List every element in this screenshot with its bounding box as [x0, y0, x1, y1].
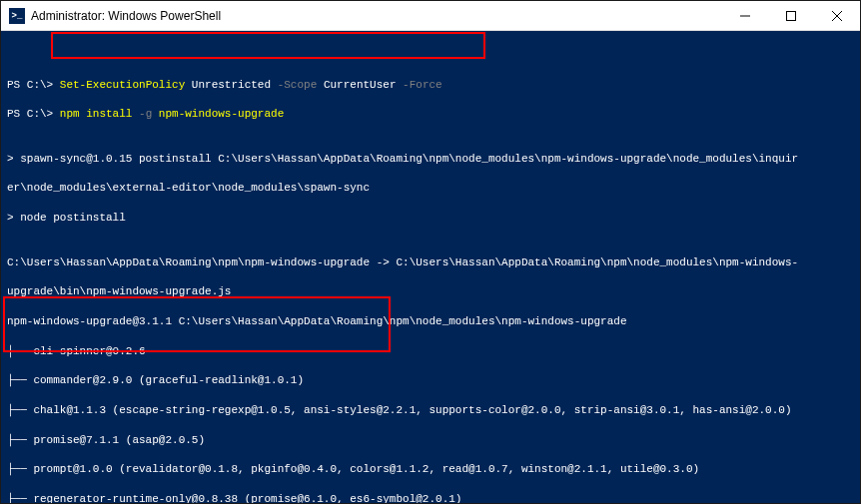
highlight-annotation-1 [51, 32, 485, 59]
cmd-text: Unrestricted [192, 79, 278, 91]
output-line: ├── cli-spinner@0.2.6 [7, 344, 854, 359]
output-line: > node postinstall [7, 211, 854, 226]
titlebar-left: >_ Administrator: Windows PowerShell [9, 8, 221, 24]
output-line: ├── commander@2.9.0 (graceful-readlink@1… [7, 373, 854, 388]
titlebar: >_ Administrator: Windows PowerShell [1, 1, 860, 31]
window-controls [722, 1, 860, 30]
output-line: > spawn-sync@1.0.15 postinstall C:\Users… [7, 152, 854, 167]
output-line: ├── chalk@1.1.3 (escape-string-regexp@1.… [7, 403, 854, 418]
output-line: ├── promise@7.1.1 (asap@2.0.5) [7, 433, 854, 448]
maximize-button[interactable] [768, 1, 814, 30]
cmd-text: CurrentUser [324, 79, 403, 91]
cmd-flag: -Scope [278, 79, 324, 91]
output-line: npm-windows-upgrade@3.1.1 C:\Users\Hassa… [7, 314, 854, 329]
cmd-text: npm-windows-upgrade [159, 108, 284, 120]
cmd-text: Set-ExecutionPolicy [60, 79, 192, 91]
prompt: PS C:\> [7, 79, 60, 91]
output-line: upgrade\bin\npm-windows-upgrade.js [7, 284, 854, 299]
output-line: er\node_modules\external-editor\node_mod… [7, 181, 854, 196]
window-title: Administrator: Windows PowerShell [31, 9, 221, 23]
terminal-content[interactable]: PS C:\> Set-ExecutionPolicy Unrestricted… [1, 31, 860, 504]
output-line: ├── regenerator-runtime-only@0.8.38 (pro… [7, 492, 854, 504]
cmd-flag: -g [139, 108, 159, 120]
close-button[interactable] [814, 1, 860, 30]
cmd-text: npm install [60, 108, 139, 120]
output-line: ├── prompt@1.0.0 (revalidator@0.1.8, pkg… [7, 462, 854, 477]
cmd-flag: -Force [403, 79, 442, 91]
minimize-button[interactable] [722, 1, 768, 30]
output-line: C:\Users\Hassan\AppData\Roaming\npm\npm-… [7, 255, 854, 270]
svg-rect-1 [787, 11, 796, 20]
powershell-icon: >_ [9, 8, 25, 24]
prompt: PS C:\> [7, 108, 60, 120]
